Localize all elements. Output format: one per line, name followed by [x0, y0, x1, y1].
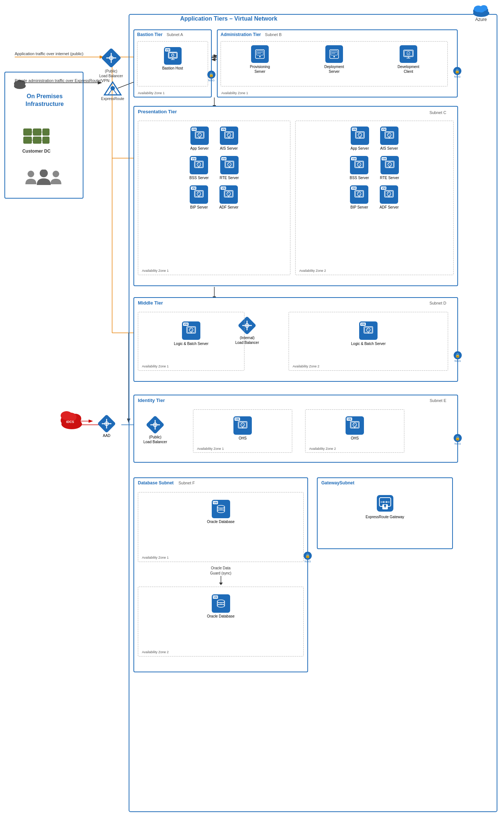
svg-point-100: [228, 196, 229, 198]
svg-text:IDCS: IDCS: [66, 420, 74, 424]
pres-zone1-row3: VM BIP Server VM ADF Server: [138, 182, 290, 211]
svg-rect-37: [43, 137, 49, 143]
gateway-subnet-box: GatewaySubnet ExpressRoute Gateway: [317, 477, 453, 549]
svg-line-107: [359, 134, 361, 136]
admin-tier-label: Administration Tier Subnet B: [218, 30, 457, 39]
svg-point-139: [191, 332, 192, 334]
svg-point-154: [354, 427, 355, 428]
bastion-host-icon: VM Bastion Host: [137, 42, 208, 72]
svg-line-77: [199, 134, 201, 136]
svg-line-112: [388, 134, 390, 136]
svg-line-156: [354, 424, 356, 426]
svg-point-90: [229, 167, 230, 168]
app-server-z1-icon: VM App Server: [190, 127, 208, 150]
svg-rect-34: [33, 129, 41, 135]
svg-line-122: [389, 163, 391, 166]
expressroute-gw-icon: ExpressRoute Gateway: [318, 488, 452, 524]
bss-server-z2-icon: VM BSS Server: [350, 156, 369, 180]
svg-point-80: [228, 138, 229, 139]
adf-server-z2-icon: VM ADF Server: [379, 185, 398, 209]
svg-point-115: [359, 167, 360, 168]
expressroute-icon: ExpressRoute: [101, 80, 124, 101]
pres-zone2-row3: VM BIP Server VM ADF Server: [296, 182, 453, 211]
people-icon: [24, 170, 64, 191]
ais-server-z2-icon: VM AIS Server: [380, 127, 398, 150]
svg-point-130: [389, 196, 390, 198]
svg-line-51: [108, 88, 113, 95]
bastion-tier-label: Bastion Tier Subnet A: [134, 30, 211, 39]
svg-point-110: [389, 138, 390, 139]
svg-rect-33: [24, 137, 32, 143]
middle-zone1-box: VM Logic & Batch Server Availability Zon…: [138, 312, 244, 371]
adf-server-z1-icon: VM ADF Server: [219, 185, 238, 209]
svg-line-117: [358, 163, 360, 166]
ohs-z2-icon: VM OHS: [305, 410, 404, 443]
db-zone1-box: VM Oracle Database Availability Zone 1: [138, 492, 304, 562]
svg-line-52: [112, 88, 117, 95]
db-subnet-label: Database Subnet Subnet F: [134, 478, 307, 488]
private-traffic-label: Private administration traffic over Expr…: [15, 78, 110, 83]
pres-zone2-row2: VM BSS Server VM RTE Server: [296, 152, 453, 182]
on-premises-box: On PremisesInfrastructure Customer DC: [4, 72, 83, 199]
development-client-icon: DevelopmentClient: [392, 45, 425, 74]
svg-point-66: [333, 56, 335, 57]
svg-marker-177: [219, 583, 223, 585]
pres-zone2-box: VM App Server VM AIS Server V: [295, 121, 454, 275]
svg-rect-65: [331, 51, 337, 55]
ais-server-z1-icon: VM AIS Server: [220, 127, 238, 150]
svg-line-141: [190, 329, 192, 331]
svg-rect-36: [43, 129, 49, 135]
traffic-label: Application traffic over internet (publi…: [15, 51, 83, 56]
bastion-zone-box: VM Bastion Host: [137, 41, 208, 86]
identity-zone1-box: VM OHS Availability Zone 1: [193, 409, 292, 453]
bss-server-z1-icon: VM BSS Server: [189, 156, 208, 180]
svg-point-44: [53, 171, 59, 177]
svg-point-43: [40, 170, 48, 177]
svg-line-97: [198, 193, 200, 195]
ohs-z1-icon: VM OHS: [193, 410, 292, 443]
pres-zone2-row1: VM App Server VM AIS Server: [296, 121, 453, 152]
db-nsg: 🔒 NSG: [304, 552, 312, 563]
svg-line-132: [388, 193, 390, 195]
svg-point-95: [199, 196, 200, 198]
logic-batch-z2-icon: VM Logic & Batch Server: [289, 312, 448, 350]
svg-point-105: [359, 138, 360, 139]
logic-batch-z1-icon: VM Logic & Batch Server: [138, 312, 244, 350]
svg-line-92: [228, 163, 230, 166]
svg-point-125: [359, 196, 360, 198]
idcs-icon: IDCS: [57, 408, 86, 431]
identity-tier-box: Identity Tier Subnet E VM OHS Availabili…: [133, 395, 458, 463]
admin-zone-box: ProvisioningServer DeploymentServer: [221, 41, 448, 86]
svg-line-87: [198, 163, 200, 166]
svg-line-151: [242, 424, 244, 426]
identity-tier-label: Identity Tier Subnet E: [134, 395, 457, 405]
svg-rect-60: [257, 51, 263, 55]
database-subnet-box: Database Subnet Subnet F VM Oracle Datab…: [133, 477, 308, 672]
data-guard-label: Oracle DataGuard (sync): [134, 566, 307, 585]
middle-nsg: 🔒 NSG: [454, 351, 462, 363]
admin-tier-box: Administration Tier Subnet B: [217, 29, 458, 97]
identity-nsg: 🔒 NSG: [454, 434, 462, 445]
pres-zone1-row1: VM App Server VM AIS Server: [138, 121, 290, 152]
gw-subnet-label: GatewaySubnet: [318, 478, 452, 488]
oracle-db-z2-icon: VM Oracle Database: [138, 587, 303, 621]
middle-tier-box: Middle Tier Subnet D (Internal)Load Bala…: [133, 297, 458, 382]
pres-zone1-row2: VM BSS Server VM RTE Server: [138, 152, 290, 182]
middle-zone2-box: VM Logic & Batch Server Availability Zon…: [289, 312, 448, 371]
svg-point-75: [199, 138, 200, 139]
on-premises-title: On PremisesInfrastructure: [16, 93, 73, 108]
pres-tier-label: Presentation Tier Subnet C: [134, 107, 457, 117]
public-lb-top: (Public)Load Balancer: [99, 48, 123, 78]
svg-line-127: [358, 193, 360, 195]
diagram-container: Azure Application Tiers – Virtual Networ…: [0, 0, 504, 822]
presentation-tier-box: Presentation Tier Subnet C VM App Server: [133, 106, 458, 286]
svg-line-82: [228, 134, 230, 136]
provisioning-server-icon: ProvisioningServer: [243, 45, 276, 74]
customer-dc-icon: Customer DC: [22, 126, 51, 154]
middle-tier-label: Middle Tier Subnet D: [134, 298, 457, 308]
svg-point-58: [172, 54, 174, 56]
svg-line-146: [367, 329, 369, 331]
pres-zone1-box: VM App Server VM AIS Server: [138, 121, 290, 275]
svg-rect-35: [33, 137, 41, 143]
svg-point-27: [480, 5, 487, 11]
